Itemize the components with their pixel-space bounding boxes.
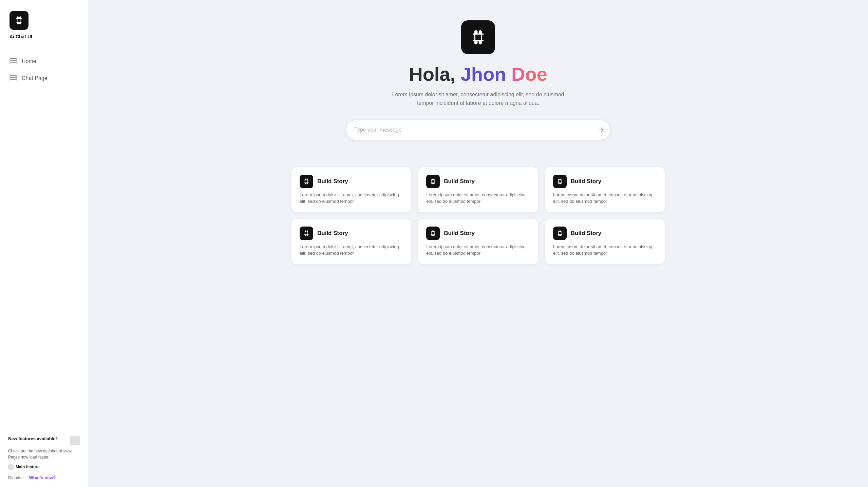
- card-title: Build Story: [317, 230, 348, 237]
- hero-logo: [461, 20, 495, 54]
- hero-subtitle: Lorem ipsum dolor sit amet, consectetur …: [383, 90, 573, 108]
- notification-feature: Main feature: [8, 464, 80, 470]
- card-header: Build Story: [553, 175, 657, 188]
- card-title: Build Story: [571, 230, 602, 237]
- card-desc: Lorem ipsum dolor sit amet, consectetur …: [300, 192, 403, 205]
- card-icon: [553, 227, 567, 240]
- main-content: Hola, Jhon Doe Lorem ipsum dolor sit ame…: [88, 0, 868, 487]
- card-title: Build Story: [444, 178, 475, 185]
- notification-image: [70, 436, 80, 445]
- sidebar-item-chat-page[interactable]: Chat Page: [0, 70, 88, 87]
- app-logo-icon: [10, 11, 29, 30]
- hero-name-first: Jhon: [461, 63, 506, 85]
- sidebar-logo-area: Ai Chat UI: [0, 0, 88, 47]
- story-card-1[interactable]: Build Story Lorem ipsum dolor sit amet, …: [418, 167, 538, 212]
- feature-label: Main feature: [16, 465, 40, 469]
- sidebar: Ai Chat UI Home Chat Page: [0, 0, 88, 487]
- card-icon: [300, 227, 313, 240]
- notification-title: New features available!: [8, 436, 57, 442]
- card-desc: Lorem ipsum dolor sit amet, consectetur …: [426, 244, 530, 257]
- sidebar-item-home[interactable]: Home: [0, 53, 88, 70]
- card-title: Build Story: [571, 178, 602, 185]
- hero-greeting: Hola,: [409, 63, 460, 85]
- app-name: Ai Chat UI: [10, 34, 32, 39]
- card-icon: [553, 175, 567, 188]
- card-desc: Lorem ipsum dolor sit amet, consectetur …: [553, 192, 657, 205]
- send-icon: [597, 126, 605, 134]
- whats-new-button[interactable]: What's new?: [29, 475, 56, 480]
- sidebar-notification: New features available! Check out the ne…: [0, 429, 88, 487]
- story-card-0[interactable]: Build Story Lorem ipsum dolor sit amet, …: [291, 167, 411, 212]
- hero-name-last: Doe: [511, 63, 547, 85]
- sidebar-nav: Home Chat Page: [0, 47, 88, 429]
- hero-title: Hola, Jhon Doe: [409, 64, 547, 85]
- notification-actions: Dismiss What's new?: [8, 475, 80, 480]
- hero-section: Hola, Jhon Doe Lorem ipsum dolor sit ame…: [115, 20, 841, 154]
- card-header: Build Story: [553, 227, 657, 240]
- card-title: Build Story: [317, 178, 348, 185]
- card-desc: Lorem ipsum dolor sit amet, consectetur …: [553, 244, 657, 257]
- story-card-2[interactable]: Build Story Lorem ipsum dolor sit amet, …: [545, 167, 665, 212]
- story-card-5[interactable]: Build Story Lorem ipsum dolor sit amet, …: [545, 219, 665, 264]
- card-header: Build Story: [300, 175, 403, 188]
- home-icon: [10, 58, 17, 65]
- card-title: Build Story: [444, 230, 475, 237]
- card-icon: [300, 175, 313, 188]
- card-icon: [426, 175, 440, 188]
- card-header: Build Story: [300, 227, 403, 240]
- chat-input-wrapper: [346, 120, 610, 140]
- dismiss-button[interactable]: Dismiss: [8, 475, 24, 480]
- feature-image: [8, 464, 14, 470]
- card-icon: [426, 227, 440, 240]
- card-header: Build Story: [426, 175, 530, 188]
- card-header: Build Story: [426, 227, 530, 240]
- chat-input[interactable]: [346, 120, 610, 140]
- sidebar-item-home-label: Home: [22, 58, 36, 64]
- send-button[interactable]: [597, 126, 605, 134]
- cards-grid: Build Story Lorem ipsum dolor sit amet, …: [291, 167, 665, 264]
- sidebar-item-chat-page-label: Chat Page: [22, 75, 48, 81]
- card-desc: Lorem ipsum dolor sit amet, consectetur …: [300, 244, 403, 257]
- story-card-4[interactable]: Build Story Lorem ipsum dolor sit amet, …: [418, 219, 538, 264]
- chat-page-icon: [10, 75, 17, 82]
- notification-body: Check out the new dashboard view. Pages …: [8, 448, 80, 460]
- card-desc: Lorem ipsum dolor sit amet, consectetur …: [426, 192, 530, 205]
- notification-header: New features available!: [8, 436, 80, 445]
- story-card-3[interactable]: Build Story Lorem ipsum dolor sit amet, …: [291, 219, 411, 264]
